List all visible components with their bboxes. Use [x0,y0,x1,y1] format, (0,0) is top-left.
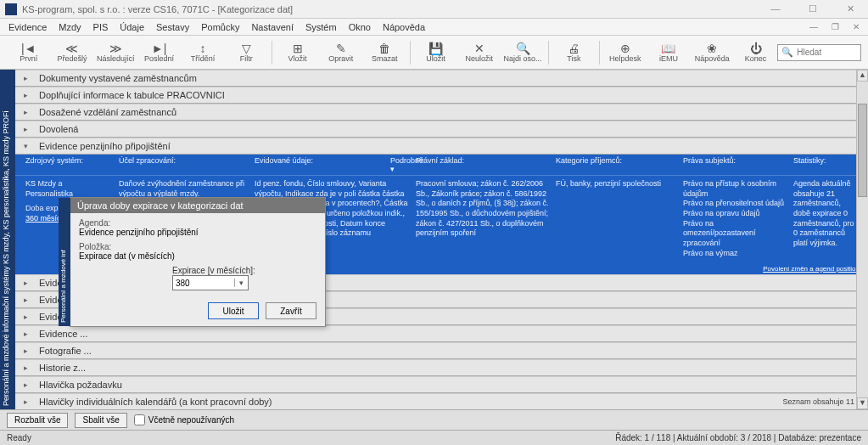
toolbar: |◄První ≪Předešlý ≫Následující ►|Posledn… [0,36,868,70]
accordion-row-expanded[interactable]: ▾Evidence penzijního připojištění [15,138,868,155]
val-pravni: Pracovní smlouva; zákon č. 262/2006 Sb.,… [412,179,552,259]
last-icon: ►| [152,42,167,54]
expiration-field-label: Expirace [v měsících]: [172,266,316,275]
tb-iemu-label: iEMU [659,54,678,63]
menu-mzdy[interactable]: Mzdy [53,20,86,34]
close-button[interactable]: ✕ [837,3,863,14]
expiration-input[interactable] [173,279,234,288]
col-prava: Práva subjektů: [680,156,790,173]
include-unused-checkbox[interactable] [134,414,145,425]
toolbar-separator [272,41,272,65]
accordion-row[interactable]: ▸Evidence ... [15,325,868,342]
tb-exit-label: Konec [745,54,767,63]
tb-save[interactable]: 💾Uložit [414,37,457,68]
accordion-row[interactable]: ▸Historie z... [15,359,868,376]
tb-next[interactable]: ≫Následující [94,37,137,68]
menu-pomucky[interactable]: Pomůcky [196,20,244,34]
chevron-down-icon[interactable]: ▾ [234,279,248,287]
prev-icon: ≪ [65,42,78,54]
tb-help-label: Nápověda [695,54,730,63]
tb-save-label: Uložit [426,54,445,63]
search-icon: 🔍 [781,47,793,58]
col-zdroj: Zdrojový systém: [22,156,115,173]
menu-nastaveni[interactable]: Nastavení [246,20,299,34]
tb-findperson-label: Najdi oso... [504,54,542,63]
window-title: KS-program, spol. s r.o. : verze CS16, 7… [22,4,763,14]
expiration-combo[interactable]: ▾ [172,275,249,290]
tb-findperson[interactable]: 🔍Najdi oso... [501,37,544,68]
minimize-button[interactable]: — [763,3,788,14]
menu-udaje[interactable]: Údaje [115,20,149,34]
accordion-label: Hlavička požadavku [39,380,122,390]
expand-all-button[interactable]: Rozbalit vše [7,413,68,428]
accordion-label: Historie z... [39,363,86,373]
polozka-value: Expirace dat (v měsících) [79,251,316,261]
tb-first-label: První [20,54,37,63]
accordion-row[interactable]: ▸Hlavičky individuálních kalendářů (a ko… [15,393,868,410]
tb-prev-label: Předešlý [57,54,87,63]
accordion-label: Fotografie ... [39,346,92,356]
chevron-right-icon: ▸ [24,74,28,82]
mdi-min-icon[interactable]: — [804,20,823,33]
bottom-toolbar: Rozbalit vše Sbalit vše Včetně nepoužíva… [0,409,868,430]
tb-last-label: Poslední [144,54,174,63]
accordion-row[interactable]: ▸Dovolená [15,121,868,138]
power-icon: ⏻ [750,42,762,54]
vertical-scrollbar[interactable]: ▲ ▼ [856,70,868,409]
tb-helpdesk[interactable]: ⊕Helpdesk [603,37,647,68]
tb-first[interactable]: |◄První [7,37,50,68]
next-icon: ≫ [109,42,122,54]
footer-link[interactable]: Povolení změn a agend position [763,265,860,273]
menu-napoveda[interactable]: Nápověda [378,20,430,34]
helpdesk-icon: ⊕ [620,42,630,54]
accordion-row[interactable]: ▸Fotografie ... [15,342,868,359]
save-icon: 💾 [428,42,443,54]
accordion-label: Dovolená [39,124,78,134]
status-right: Řádek: 1 / 118 | Aktuální období: 3 / 20… [615,433,861,442]
mdi-close-icon[interactable]: ✕ [848,20,865,33]
menu-pis[interactable]: PIS [88,20,114,34]
menu-sestavy[interactable]: Sestavy [151,20,194,34]
accordion-label: Dosažené vzdělání zaměstnanců [39,107,176,117]
save-button[interactable]: Uložit [208,302,259,319]
tb-insert[interactable]: ⊞Vložit [276,37,319,68]
chevron-right-icon: ▸ [24,330,28,338]
accordion-label: Doplňující informace k tabulce PRACOVNIC… [39,90,225,100]
collapse-all-button[interactable]: Sbalit vše [75,413,126,428]
scroll-down-icon[interactable]: ▼ [857,397,868,409]
delete-icon: 🗑 [378,42,390,54]
search-input[interactable] [797,48,856,57]
tb-discard[interactable]: ✕Neuložit [457,37,501,68]
tb-iemu[interactable]: 📖iEMU [647,37,690,68]
tb-print[interactable]: 🖨Tisk [552,37,596,68]
tb-edit[interactable]: ✎Opravit [319,37,362,68]
chevron-down-icon: ▾ [24,142,28,150]
col-detail[interactable]: Podrobně ▾ [387,156,412,173]
include-unused-label[interactable]: Včetně nepoužívaných [134,414,234,425]
maximize-button[interactable]: ☐ [800,3,826,14]
menu-system[interactable]: Systém [300,20,342,34]
tb-filter-label: Filtr [240,54,253,63]
tb-prev[interactable]: ≪Předešlý [50,37,93,68]
tb-sort[interactable]: ↕Třídění [181,37,224,68]
val-prava: Právo na přístup k osobním údajům Právo … [680,179,790,259]
col-prijemci: Kategorie příjemců: [552,156,680,173]
close-dialog-button[interactable]: Zavřít [266,302,316,319]
menu-okno[interactable]: Okno [344,20,376,34]
tb-delete[interactable]: 🗑Smazat [362,37,406,68]
filter-icon: ▽ [242,42,251,54]
tb-exit[interactable]: ⏻Konec [734,37,777,68]
tb-last[interactable]: ►|Poslední [137,37,181,68]
accordion-row[interactable]: ▸Dosažené vzdělání zaměstnanců [15,104,868,121]
scroll-up-icon[interactable]: ▲ [857,70,868,82]
scroll-thumb[interactable] [858,104,867,197]
mdi-restore-icon[interactable]: ❐ [826,20,844,33]
tb-filter[interactable]: ▽Filtr [225,37,268,68]
chevron-right-icon: ▸ [24,313,28,321]
search-box[interactable]: 🔍 [777,44,861,61]
accordion-row[interactable]: ▸Hlavička požadavku [15,376,868,393]
accordion-row[interactable]: ▸Dokumenty vystavené zaměstnancům [15,70,868,87]
tb-help[interactable]: ❀Nápověda [691,37,734,68]
accordion-row[interactable]: ▸Doplňující informace k tabulce PRACOVNI… [15,87,868,104]
menu-evidence[interactable]: Evidence [3,20,52,34]
